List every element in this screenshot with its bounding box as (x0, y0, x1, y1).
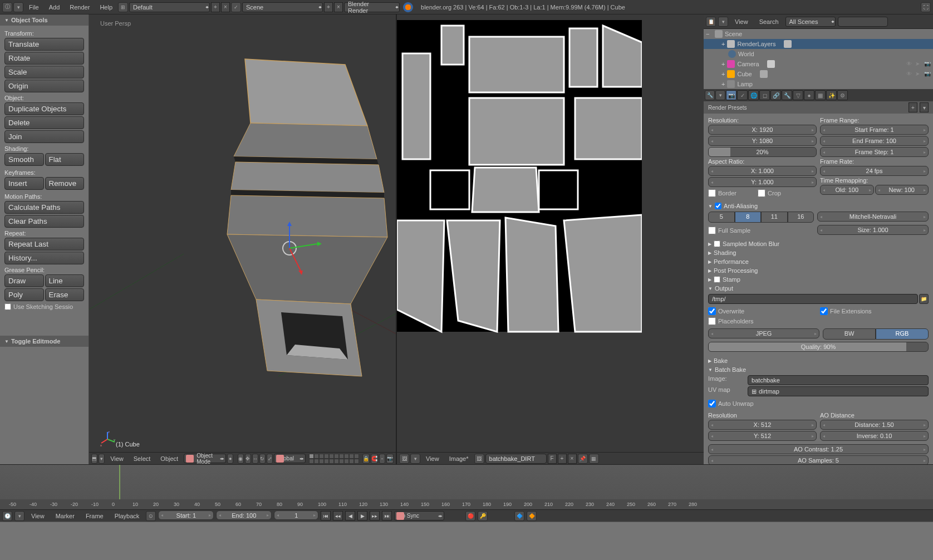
gp-erase-button[interactable]: Erase (45, 288, 85, 301)
format-dropdown[interactable]: JPEG (708, 328, 819, 338)
menu-help[interactable]: Help (95, 2, 117, 13)
flat-button[interactable]: Flat (45, 153, 85, 166)
manipulator-icon[interactable]: ✥ (245, 454, 251, 464)
image-editor-icon[interactable]: 🖼 (399, 454, 409, 464)
3dview-menu-select[interactable]: Select (129, 453, 155, 464)
play-icon[interactable]: ▶ (357, 511, 367, 520)
uvmap-field[interactable]: ⊞dirtmap (748, 386, 929, 396)
render-icon[interactable]: 📷 (924, 71, 931, 77)
image-pin-icon[interactable]: 📌 (578, 454, 588, 464)
ctx-render-icon[interactable]: 📷 (726, 90, 736, 100)
aa-8[interactable]: 8 (735, 212, 762, 223)
outliner-tree[interactable]: − Scene + RenderLayers World + Camera 👁 … (704, 29, 933, 89)
timeline-track[interactable]: -50-40-30-20-100102030405060708090100110… (0, 465, 933, 509)
time-new-field[interactable]: New: 100 (875, 185, 929, 195)
keying-insert-icon[interactable]: 🔷 (514, 511, 524, 521)
3d-viewport[interactable]: User Persp (89, 14, 397, 464)
toggle-editmode-header[interactable]: Toggle Editmode (0, 336, 89, 347)
eye-icon[interactable]: 👁 (906, 71, 913, 77)
translate-button[interactable]: Translate (4, 38, 84, 51)
remove-keyframe-button[interactable]: Remove (45, 177, 85, 190)
file-ext-checkbox[interactable] (820, 307, 828, 315)
aa-11[interactable]: 11 (761, 212, 788, 223)
uv-image-editor[interactable]: 🖼 ▾ View Image* 🖼 batchbake_DIRT F + × 📌… (397, 14, 704, 464)
keying-delete-icon[interactable]: 🔶 (527, 511, 537, 521)
object-tools-header[interactable]: Object Tools (0, 14, 89, 26)
engine-dropdown[interactable]: Blender Render (344, 2, 400, 12)
tl-current-field[interactable]: 1 (274, 510, 318, 520)
render-preview-icon[interactable]: 📷 (386, 454, 394, 464)
ctx-object-icon[interactable]: ◻ (759, 90, 770, 100)
performance-section-header[interactable]: Performance (706, 257, 931, 266)
border-checkbox[interactable] (708, 189, 716, 197)
tree-world[interactable]: World (704, 49, 933, 59)
smb-checkbox[interactable] (714, 240, 720, 247)
scene-icon[interactable]: ✓ (231, 2, 241, 12)
overwrite-checkbox[interactable] (708, 307, 716, 315)
menu-add[interactable]: Add (45, 2, 65, 13)
bake-image-field[interactable]: batchbake (748, 375, 929, 385)
aa-samples-buttons[interactable]: 5 8 11 16 (708, 212, 814, 223)
info-editor-icon[interactable]: ⓘ (2, 2, 12, 12)
bake-y-field[interactable]: Y: 512 (708, 431, 817, 441)
res-x-field[interactable]: X: 1920 (708, 125, 817, 135)
join-button[interactable]: Join (4, 130, 84, 143)
sketching-session-checkbox[interactable] (4, 303, 11, 310)
tree-renderlayers[interactable]: + RenderLayers (704, 39, 933, 49)
aa-filter-dropdown[interactable]: Mitchell-Netravali (817, 212, 929, 222)
ao-samples-field[interactable]: AO Samples: 5 (708, 455, 929, 464)
clear-paths-button[interactable]: Clear Paths (4, 215, 84, 228)
history-button[interactable]: History... (4, 252, 84, 264)
shading-solid-icon[interactable]: ● (227, 454, 233, 464)
layout-add[interactable]: + (211, 2, 220, 12)
scene-delete[interactable]: × (334, 2, 343, 12)
placeholders-checkbox[interactable] (708, 317, 716, 325)
ctx-physics-icon[interactable]: ⚙ (837, 90, 848, 100)
menu-file[interactable]: File (24, 2, 43, 13)
aa-size-field[interactable]: Size: 1.000 (817, 225, 929, 235)
image-menu-collapse[interactable]: ▾ (410, 454, 420, 464)
frame-step-field[interactable]: Frame Step: 1 (820, 147, 929, 157)
tl-menu-playback[interactable]: Playback (110, 510, 144, 522)
ao-contrast-field[interactable]: AO Contrast: 1.25 (708, 444, 929, 454)
aspect-y-field[interactable]: Y: 1.000 (708, 177, 817, 187)
image-channels-icon[interactable]: ▦ (589, 454, 599, 464)
timeline-ruler[interactable]: -50-40-30-20-100102030405060708090100110… (0, 499, 933, 509)
aa-section-header[interactable]: Anti-Aliasing (706, 202, 931, 210)
ctx-data-icon[interactable]: ▽ (793, 90, 803, 100)
ctx-particles-icon[interactable]: ✨ (826, 90, 837, 100)
tree-cube[interactable]: + Cube 👁 ➤ 📷 (704, 69, 933, 79)
outliner-display-dropdown[interactable]: All Scenes (785, 17, 836, 27)
stamp-section-header[interactable]: Stamp (706, 275, 931, 284)
image-add[interactable]: + (558, 454, 567, 464)
output-section-header[interactable]: Output (706, 284, 931, 293)
ctx-texture-icon[interactable]: ▦ (815, 90, 826, 100)
3dview-menu-object[interactable]: Object (156, 453, 183, 464)
outliner-menu-collapse[interactable]: ▾ (718, 17, 728, 27)
menu-render[interactable]: Render (65, 2, 94, 13)
quality-slider[interactable]: Quality: 90% (708, 342, 929, 352)
bake-x-field[interactable]: X: 512 (708, 420, 817, 430)
image-menu-image[interactable]: Image* (445, 453, 473, 464)
ctx-modifiers-icon[interactable]: 🔧 (782, 90, 792, 100)
gp-line-button[interactable]: Line (45, 274, 85, 287)
outliner-editor-icon[interactable]: 📋 (706, 17, 716, 27)
bake-section-header[interactable]: Bake (706, 356, 931, 365)
calculate-paths-button[interactable]: Calculate Paths (4, 201, 84, 214)
preset-add[interactable]: + (909, 102, 917, 112)
full-sample-checkbox[interactable] (708, 227, 716, 234)
rotate-button[interactable]: Rotate (4, 52, 84, 65)
smooth-button[interactable]: Smooth (4, 153, 44, 166)
gp-poly-button[interactable]: Poly (4, 288, 44, 301)
sync-dropdown[interactable]: No Sync (394, 511, 444, 520)
layout-delete[interactable]: × (221, 2, 230, 12)
tl-end-field[interactable]: End: 100 (216, 510, 272, 520)
ao-inverse-field[interactable]: Inverse: 0.10 (820, 431, 929, 441)
cursor-icon[interactable]: ➤ (915, 61, 922, 67)
autokey-icon[interactable]: 🔴 (465, 511, 475, 521)
info-menu-expand[interactable]: ▾ (13, 2, 23, 12)
lock-camera-icon[interactable]: 🔒 (362, 454, 370, 464)
image-datablock-icon[interactable]: 🖼 (474, 454, 484, 464)
snap-icon[interactable]: 🧲 (371, 454, 378, 464)
ctx-scene-icon[interactable]: ✓ (737, 90, 748, 100)
